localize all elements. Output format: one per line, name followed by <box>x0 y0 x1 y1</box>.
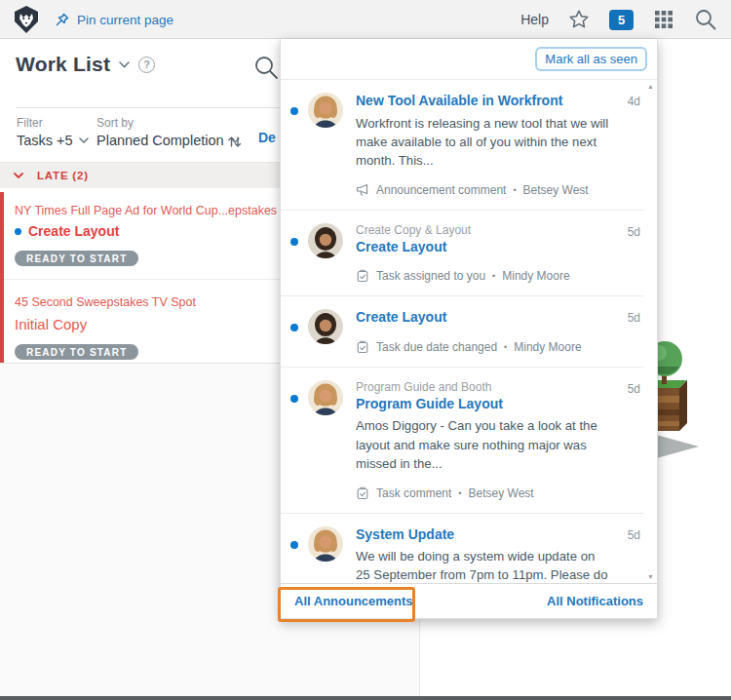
megaphone-icon <box>356 183 369 197</box>
notification-timestamp: 5d <box>615 526 640 583</box>
notifications-dropdown: Mark all as seen New Tool Available in W… <box>280 39 658 619</box>
chevron-down-icon <box>79 137 89 143</box>
meta-separator: • <box>513 185 516 195</box>
notification-title-link[interactable]: Program Guide Layout <box>356 396 609 413</box>
unread-dot-icon <box>15 228 21 235</box>
notification-person: Betsey West <box>469 486 534 500</box>
workfront-logo-icon[interactable] <box>12 5 41 34</box>
page-title: Work List <box>16 53 110 76</box>
notification-title-link[interactable]: System Update <box>356 526 609 544</box>
filter-dropdown[interactable]: Tasks +5 <box>17 133 89 148</box>
notification-person: Betsey West <box>523 183 589 197</box>
notification-item[interactable]: Program Guide and Booth Program Guide La… <box>281 368 644 514</box>
scroll-up-icon[interactable]: ▲ <box>647 83 654 90</box>
unread-dot-icon <box>290 107 298 115</box>
app-launcher-button[interactable] <box>653 9 674 30</box>
task-name-link[interactable]: Create Layout <box>28 223 119 239</box>
pin-icon <box>55 12 70 27</box>
notifications-count-badge[interactable]: 5 <box>609 10 634 30</box>
notification-timestamp: 4d <box>615 93 640 197</box>
notification-list: New Tool Available in Workfront Workfron… <box>281 80 657 583</box>
sort-dropdown[interactable]: Planned Completion <box>96 133 240 148</box>
task-icon <box>356 486 369 500</box>
notification-item[interactable]: New Tool Available in Workfront Workfron… <box>281 80 644 211</box>
avatar <box>308 526 343 562</box>
search-icon[interactable] <box>253 55 279 80</box>
chevron-down-icon <box>14 173 23 178</box>
notification-title-link[interactable]: Create Layout <box>356 309 609 327</box>
global-search-button[interactable] <box>694 8 717 31</box>
avatar <box>308 380 343 415</box>
dropdown-footer: All Announcements All Notifications <box>281 583 657 618</box>
status-badge: READY TO START <box>15 344 138 360</box>
all-notifications-link[interactable]: All Notifications <box>547 594 643 608</box>
notification-timestamp: 5d <box>615 309 640 354</box>
avatar-betsey-west <box>308 526 343 562</box>
meta-separator: • <box>492 271 495 281</box>
notification-kind: Task assigned to you <box>376 269 485 283</box>
help-link[interactable]: Help <box>520 12 549 27</box>
notification-kind: Task comment <box>376 486 451 500</box>
scrollbar[interactable]: ▲ ▼ <box>644 80 657 583</box>
task-icon <box>356 340 369 354</box>
late-section-label: LATE (2) <box>37 170 89 181</box>
all-announcements-link[interactable]: All Announcements <box>294 594 413 608</box>
global-navigation-bar: Pin current page Help 5 <box>0 0 731 39</box>
notification-context: Program Guide and Booth <box>356 380 609 394</box>
chevron-down-icon[interactable] <box>119 61 130 68</box>
notification-item[interactable]: System Update We will be doing a system … <box>281 514 644 583</box>
grid-icon <box>653 9 674 30</box>
notification-timestamp: 5d <box>615 223 640 284</box>
sort-value: Planned Completion <box>96 133 224 148</box>
task-icon <box>356 269 369 283</box>
sort-direction-icon[interactable] <box>227 135 243 149</box>
notification-body: Amos Diggory - Can you take a look at th… <box>356 416 609 472</box>
bottom-bar <box>0 696 731 700</box>
avatar-mindy-moore <box>308 223 343 258</box>
meta-separator: • <box>504 342 507 352</box>
notification-person: Mindy Moore <box>514 340 581 354</box>
filter-label: Filter <box>17 116 43 130</box>
notification-item[interactable]: Create Layout Task due date changed • Mi… <box>281 296 644 368</box>
scroll-down-icon[interactable]: ▼ <box>647 573 654 580</box>
avatar <box>308 93 343 128</box>
avatar <box>308 309 343 344</box>
help-icon[interactable]: ? <box>138 57 155 73</box>
meta-separator: • <box>458 488 461 498</box>
notification-item[interactable]: Create Copy & Layout Create Layout Task … <box>281 211 644 297</box>
notification-person: Mindy Moore <box>502 269 569 283</box>
avatar-betsey-west <box>308 380 343 415</box>
app-window: d d Work List ? Filter Sort by Tasks +5 <box>0 0 731 700</box>
notification-timestamp: 5d <box>615 380 640 500</box>
notification-context: Create Copy & Layout <box>356 223 609 237</box>
notification-title-link[interactable]: Create Layout <box>356 239 609 256</box>
filter-value: Tasks +5 <box>17 133 73 148</box>
late-accent-bar <box>0 192 4 372</box>
pin-current-page-link[interactable]: Pin current page <box>55 0 173 39</box>
notification-kind: Task due date changed <box>376 340 497 354</box>
avatar-mindy-moore <box>308 309 343 344</box>
avatar <box>308 223 343 258</box>
star-icon <box>568 9 590 30</box>
favorites-button[interactable] <box>568 9 590 30</box>
avatar-betsey-west <box>308 93 343 128</box>
unread-dot-icon <box>290 324 298 331</box>
task-name-link[interactable]: Initial Copy <box>15 316 87 332</box>
mark-all-as-seen-button[interactable]: Mark all as seen <box>535 47 647 71</box>
pin-label: Pin current page <box>77 13 173 27</box>
dropdown-header: Mark all as seen <box>281 39 657 80</box>
partial-link[interactable]: De <box>258 130 276 145</box>
sort-label: Sort by <box>96 116 134 130</box>
status-badge: READY TO START <box>15 251 138 266</box>
notification-body: Workfront is releasing a new tool that w… <box>356 114 609 170</box>
notification-body: We will be doing a system wide update on… <box>356 547 609 583</box>
unread-dot-icon <box>290 395 298 403</box>
unread-dot-icon <box>290 541 298 549</box>
notification-kind: Announcement comment <box>376 183 506 197</box>
search-icon <box>694 8 717 31</box>
notification-title-link[interactable]: New Tool Available in Workfront <box>356 93 609 110</box>
unread-dot-icon <box>290 238 298 246</box>
